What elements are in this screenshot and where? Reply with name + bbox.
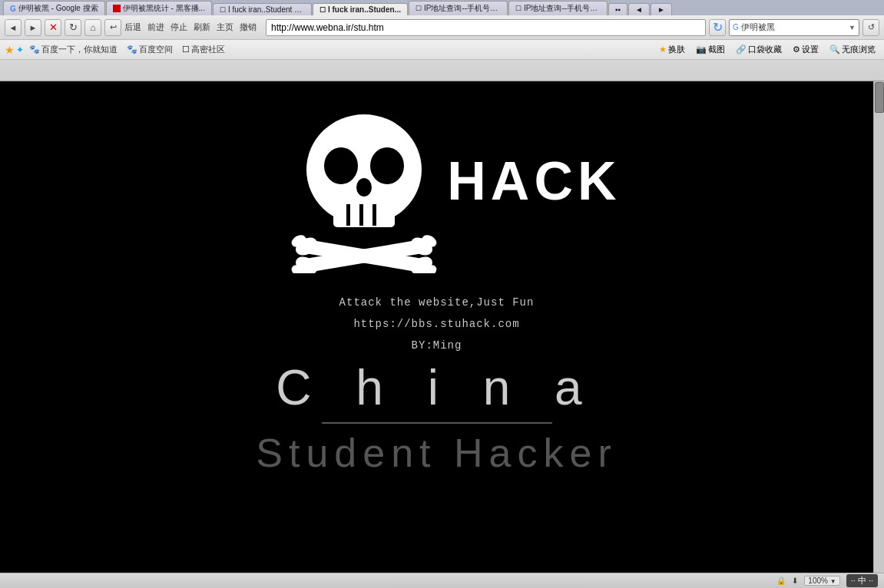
- camera-icon: 📷: [696, 45, 707, 55]
- tab-4[interactable]: ☐ I fuck iran..Studen...: [313, 3, 408, 15]
- svg-rect-6: [359, 204, 363, 226]
- tab-1[interactable]: G 伊明被黑 - Google 搜索: [3, 1, 105, 15]
- undo-button[interactable]: ↩: [104, 19, 121, 36]
- back-button[interactable]: ◄: [5, 19, 22, 36]
- search-engine-label: 伊明被黑: [741, 21, 846, 33]
- tab-nav-left[interactable]: ◄: [628, 3, 650, 15]
- tab-icon-5: ☐: [416, 5, 422, 12]
- bookmark-label-3: 高密社区: [191, 44, 225, 55]
- ime-indicator[interactable]: ·· 中 ··: [846, 574, 878, 587]
- svg-rect-4: [333, 204, 395, 227]
- more-tabs-icon: ▪▪: [615, 5, 621, 14]
- refresh-button[interactable]: ↻: [65, 19, 81, 36]
- scrollbar-track[interactable]: [873, 81, 884, 573]
- zoom-label: 100% ▼: [804, 576, 839, 586]
- pocket-button[interactable]: 🔗 口袋收藏: [732, 42, 786, 57]
- scrollbar-thumb[interactable]: [875, 82, 884, 113]
- search-engine-icon: G: [733, 23, 739, 31]
- zoom-value: 100%: [808, 576, 828, 585]
- attack-text: Attack the website,Just Fun: [339, 296, 535, 309]
- divider-line: [322, 422, 552, 424]
- tab-label-4: I fuck iran..Studen...: [328, 5, 401, 14]
- undo-label: 撤销: [240, 21, 257, 33]
- tab-nav-right[interactable]: ►: [651, 3, 672, 15]
- back-label: 后退: [124, 21, 141, 33]
- pocket-icon: 🔗: [736, 45, 747, 55]
- settings-button[interactable]: ⚙ 设置: [789, 42, 823, 57]
- svg-point-3: [356, 178, 372, 197]
- hack-text-area: Attack the website,Just Fun https://bbs.…: [339, 296, 535, 352]
- tab-6[interactable]: ☐ IP地址查询--手机号码查...: [508, 1, 608, 15]
- url-text: https://bbs.stuhack.com: [353, 318, 519, 330]
- tab-3[interactable]: ☐ I fuck iran..Student Ha...: [213, 3, 312, 15]
- dropdown-arrow: ▼: [830, 578, 836, 585]
- tab-label-2: 伊明被黑统计 - 黑客播...: [123, 3, 205, 14]
- home-label: 主页: [217, 21, 233, 33]
- paw-icon: 🐾: [29, 45, 40, 55]
- bookmark-label-2: 百度空间: [139, 44, 173, 55]
- private-button[interactable]: 🔍 无痕浏览: [826, 42, 879, 57]
- tab-icon-1: G: [10, 5, 16, 13]
- pocket-label: 口袋收藏: [748, 44, 782, 55]
- gear-icon: ⚙: [793, 45, 800, 55]
- home-button[interactable]: ⌂: [84, 19, 101, 36]
- star-icon-2: ★: [659, 45, 667, 55]
- tab-icon-4: ☐: [319, 6, 326, 14]
- paw-icon-2: 🐾: [127, 45, 137, 55]
- ime-label: 中: [858, 576, 866, 585]
- address-bar[interactable]: [266, 19, 706, 36]
- skin-label: 换肤: [668, 44, 685, 55]
- bookmark-gaomi[interactable]: ☐ 高密社区: [178, 42, 229, 57]
- settings-label: 设置: [802, 44, 819, 55]
- forward-button[interactable]: ►: [25, 19, 41, 36]
- private-label: 无痕浏览: [842, 44, 876, 55]
- by-text: BY:Ming: [412, 339, 462, 352]
- screenshot-label: 截图: [708, 44, 725, 55]
- tab-icon-2: [113, 5, 121, 12]
- china-text: C h i n a: [276, 359, 597, 416]
- checkbox-icon: ☐: [182, 45, 190, 55]
- tab-2[interactable]: 伊明被黑统计 - 黑客播...: [106, 1, 212, 15]
- go-button[interactable]: ↻: [709, 19, 726, 36]
- status-bar: 🔒 ⬇ 100% ▼ ·· 中 ··: [0, 573, 884, 588]
- tab-label-3: I fuck iran..Student Ha...: [228, 5, 305, 14]
- hack-page: HACK Attack the website,Just Fun https:/…: [0, 81, 873, 573]
- tab-label-1: 伊明被黑 - Google 搜索: [18, 3, 98, 14]
- bookmark-label-1: 百度一下，你就知道: [41, 44, 118, 55]
- browser-chrome: G 伊明被黑 - Google 搜索 伊明被黑统计 - 黑客播... ☐ I f…: [0, 0, 884, 81]
- bookmarks-bar: ★ ✦ 🐾 百度一下，你就知道 🐾 百度空间 ☐ 高密社区 ★ 换肤 📷 截图: [0, 40, 884, 60]
- hack-title: HACK: [447, 150, 621, 212]
- svg-rect-5: [346, 204, 350, 226]
- skin-button[interactable]: ★ 换肤: [655, 42, 689, 57]
- tab-icon-6: ☐: [515, 5, 521, 12]
- tab-label-5: IP地址查询--手机号码查...: [424, 3, 501, 14]
- dot-left: ··: [851, 576, 856, 585]
- zoom-area: 100% ▼: [804, 576, 839, 586]
- dropdown-icon: ▼: [849, 24, 856, 31]
- tab-5[interactable]: ☐ IP地址查询--手机号码查...: [409, 1, 508, 15]
- download-area[interactable]: ⬇: [792, 576, 798, 585]
- tab-more[interactable]: ▪▪: [608, 3, 627, 15]
- history-button[interactable]: ↺: [862, 19, 879, 36]
- tabs-bar: G 伊明被黑 - Google 搜索 伊明被黑统计 - 黑客播... ☐ I f…: [0, 0, 884, 15]
- tab-label-6: IP地址查询--手机号码查...: [524, 3, 601, 14]
- refresh-label: 刷新: [194, 21, 210, 33]
- screenshot-button[interactable]: 📷 截图: [692, 42, 729, 57]
- bookmark-baidu-space[interactable]: 🐾 百度空间: [123, 42, 177, 57]
- skull-icon: [291, 104, 437, 273]
- dot-right: ··: [869, 576, 873, 585]
- search-box[interactable]: G 伊明被黑 ▼: [729, 19, 859, 36]
- lock-icon: 🔒: [776, 576, 786, 585]
- lock-area: 🔒: [776, 576, 786, 585]
- star-icon: ★: [5, 44, 15, 56]
- svg-point-2: [370, 147, 404, 184]
- stop-button[interactable]: ✕: [45, 19, 61, 36]
- bookmark-baidu-paw[interactable]: 🐾 百度一下，你就知道: [25, 42, 121, 57]
- private-icon: 🔍: [829, 45, 840, 55]
- svg-point-1: [324, 147, 358, 184]
- stop-label: 停止: [171, 21, 187, 33]
- svg-rect-7: [372, 204, 376, 226]
- forward-label: 前进: [147, 21, 164, 33]
- student-hacker-text: Student Hacker: [256, 430, 617, 476]
- tab-icon-3: ☐: [220, 6, 226, 14]
